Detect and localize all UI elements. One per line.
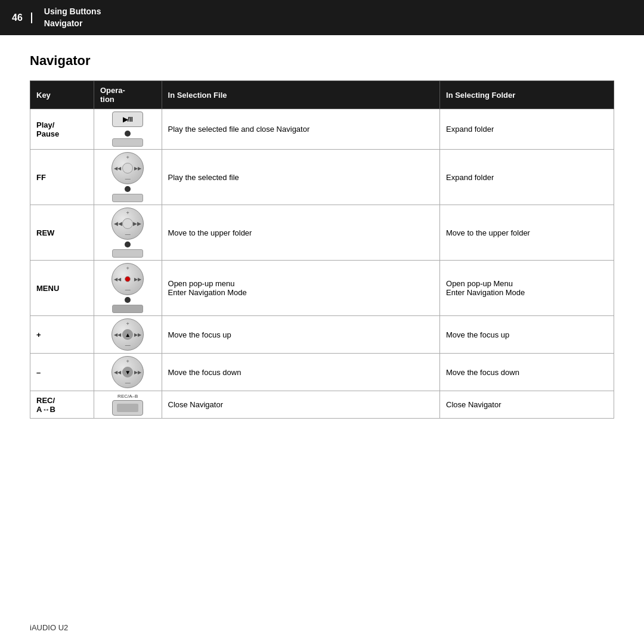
col-header-selecting-folder: In Selecting Folder <box>440 81 614 109</box>
page-header: 46 Using Buttons Navigator <box>0 0 644 35</box>
dot-indicator <box>125 131 131 137</box>
device-cell: + ◀◀ ▶▶ — <box>94 150 162 205</box>
page-number: 46 <box>12 13 32 23</box>
dot-indicator <box>125 186 131 192</box>
table-row: + + ◀◀ ▶▶ — ▲ Move the focus up Move the… <box>30 316 614 354</box>
in-selection-cell: Close Navigator <box>162 391 440 419</box>
device-cell: ▶/II <box>94 109 162 150</box>
table-row: REW + ◀◀ ▶▶ — Move to the upp <box>30 205 614 261</box>
col-header-operation: Opera-tion <box>94 81 162 109</box>
play-button-icon: ▶/II <box>112 112 143 127</box>
navigator-table: Key Opera-tion In Selection File In Sele… <box>30 80 614 419</box>
key-cell: REW <box>30 205 94 261</box>
in-folder-cell: Open pop-up Menu Enter Navigation Mode <box>440 261 614 316</box>
dot-indicator <box>125 297 131 303</box>
table-row: FF + ◀◀ ▶▶ — Play the selecte <box>30 150 614 205</box>
in-selection-cell: Move the focus up <box>162 316 440 354</box>
in-folder-cell: Close Navigator <box>440 391 614 419</box>
key-cell: MENU <box>30 261 94 316</box>
device-cell: + ◀◀ ▶▶ — <box>94 205 162 261</box>
rec-button-icon <box>112 400 143 416</box>
key-cell: – <box>30 354 94 391</box>
in-selection-cell: Open pop-up menu Enter Navigation Mode <box>162 261 440 316</box>
rew-button-icon: + ◀◀ ▶▶ — <box>112 208 144 240</box>
table-row: Play/Pause ▶/II Play the selected file a… <box>30 109 614 150</box>
rec-label: REC/A–B <box>117 394 138 399</box>
table-row: MENU + ◀◀ ▶▶ — Ope <box>30 261 614 316</box>
section-title: Navigator <box>30 53 614 69</box>
col-header-selection-file: In Selection File <box>162 81 440 109</box>
in-selection-cell: Play the selected file <box>162 150 440 205</box>
minus-button-icon: + ◀◀ ▶▶ — ▼ <box>112 356 144 388</box>
in-folder-cell: Move the focus down <box>440 354 614 391</box>
dot-indicator <box>125 242 131 247</box>
device-cell: + ◀◀ ▶▶ — ▼ <box>94 354 162 391</box>
in-selection-cell: Move the focus down <box>162 354 440 391</box>
bar-indicator <box>112 138 143 147</box>
in-folder-cell: Expand folder <box>440 150 614 205</box>
in-selection-cell: Play the selected file and close Navigat… <box>162 109 440 150</box>
col-header-key: Key <box>30 81 94 109</box>
in-folder-cell: Expand folder <box>440 109 614 150</box>
device-cell: + ◀◀ ▶▶ — ▲ <box>94 316 162 354</box>
ff-button-icon: + ◀◀ ▶▶ — <box>112 152 144 184</box>
menu-button-icon: + ◀◀ ▶▶ — <box>112 263 144 295</box>
in-folder-cell: Move to the upper folder <box>440 205 614 261</box>
key-cell: + <box>30 316 94 354</box>
in-selection-cell: Move to the upper folder <box>162 205 440 261</box>
bar-indicator <box>112 194 143 202</box>
table-row: – + ◀◀ ▶▶ — ▼ Move the focus down Move t… <box>30 354 614 391</box>
bar-indicator <box>112 305 143 313</box>
bar-indicator <box>112 249 143 258</box>
header-title: Using Buttons Navigator <box>44 6 101 29</box>
footer-label: iAUDIO U2 <box>30 623 68 632</box>
key-cell: FF <box>30 150 94 205</box>
device-cell: + ◀◀ ▶▶ — <box>94 261 162 316</box>
key-cell: REC/A↔B <box>30 391 94 419</box>
in-folder-cell: Move the focus up <box>440 316 614 354</box>
device-cell: REC/A–B <box>94 391 162 419</box>
main-content: Navigator Key Opera-tion In Selection Fi… <box>0 35 644 436</box>
key-cell: Play/Pause <box>30 109 94 150</box>
table-row: REC/A↔B REC/A–B Close Navigator Close Na… <box>30 391 614 419</box>
plus-button-icon: + ◀◀ ▶▶ — ▲ <box>112 318 144 351</box>
